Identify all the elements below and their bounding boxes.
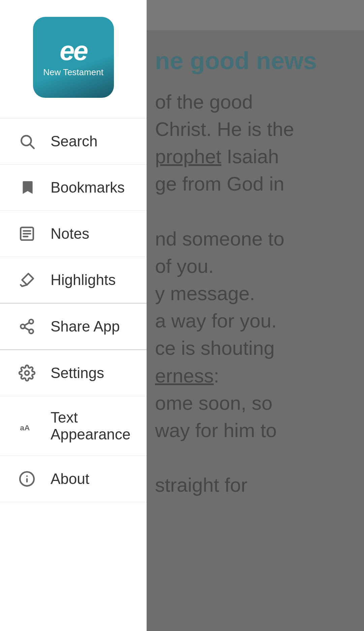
sidebar-item-about-label: About [51,470,89,487]
sidebar-item-notes-label: Notes [51,225,89,242]
svg-line-7 [21,285,22,286]
svg-line-11 [25,327,29,330]
bible-line-4: ge from God in [155,170,354,197]
sidebar-item-text-appearance[interactable]: aA Text Appearance [0,396,147,456]
info-icon [17,469,37,489]
bible-line-2: Christ. He is the [155,115,354,143]
bible-line-6: of you. [155,252,354,280]
sidebar-item-highlights-label: Highlights [51,271,116,288]
text-appearance-icon: aA [17,416,37,436]
bible-line-12: way for him to [155,417,354,444]
search-icon [17,131,37,151]
svg-line-12 [25,323,29,325]
sidebar-item-settings-label: Settings [51,365,104,381]
svg-point-13 [25,371,29,375]
settings-icon [17,363,37,383]
bible-line-8: a way for you. [155,307,354,334]
bible-line-10: erness: [155,362,354,389]
sidebar-item-about[interactable]: About [0,456,147,502]
logo-subtitle: New Testament [43,67,103,78]
logo-letters: ee [60,37,87,64]
bible-line-5: nd someone to [155,225,354,252]
sidebar-item-settings[interactable]: Settings [0,350,147,396]
app-logo: ee New Testament [33,17,114,98]
logo-area: ee New Testament [0,0,147,118]
notes-icon [17,224,37,244]
bible-line-9: ce is shouting [155,334,354,362]
svg-text:aA: aA [20,423,30,432]
bookmark-icon [17,177,37,198]
sidebar-item-bookmarks[interactable]: Bookmarks [0,165,147,211]
sidebar: ee New Testament Search Bookmarks [0,0,147,631]
bible-line-11: ome soon, so [155,389,354,417]
bible-headline: ne good news [155,44,354,78]
sidebar-item-search-label: Search [51,133,97,150]
sidebar-item-share[interactable]: Share App [0,304,147,350]
highlights-icon [17,270,37,290]
sidebar-item-bookmarks-label: Bookmarks [51,179,125,196]
svg-point-0 [21,136,31,145]
bible-line-13: straight for [155,471,354,498]
sidebar-item-search[interactable]: Search [0,118,147,165]
sidebar-item-notes[interactable]: Notes [0,211,147,257]
svg-line-1 [30,145,34,148]
menu-section-search: Search [0,118,147,165]
bible-line-1: of the good [155,88,354,115]
sidebar-item-share-label: Share App [51,318,120,335]
bible-text-content: ne good news of the good Christ. He is t… [145,30,364,512]
sidebar-item-text-appearance-label: Text Appearance [51,409,130,443]
sidebar-item-highlights[interactable]: Highlights [0,257,147,304]
bible-line-7: y message. [155,280,354,307]
bible-line-3: prophet Isaiah [155,143,354,170]
share-icon [17,316,37,337]
